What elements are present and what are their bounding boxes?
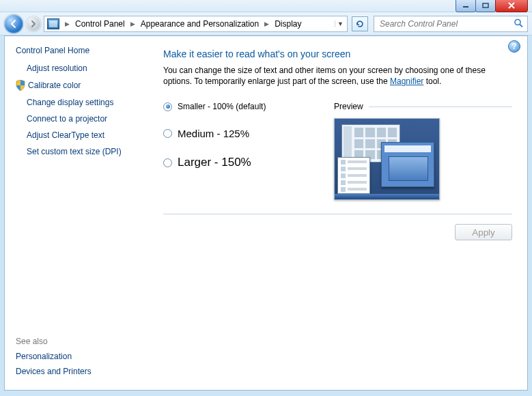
close-button[interactable] <box>495 0 528 12</box>
magnifier-link[interactable]: Magnifier <box>390 76 423 86</box>
sidebar-link-custom-text-size[interactable]: Set custom text size (DPI) <box>27 147 141 156</box>
window-titlebar <box>0 0 532 12</box>
divider <box>369 107 512 107</box>
shield-icon <box>16 80 25 91</box>
sidebar: Control Panel Home Adjust resolution Cal… <box>5 36 148 390</box>
client-area: Control Panel Home Adjust resolution Cal… <box>4 36 528 391</box>
see-also-devices-printers[interactable]: Devices and Printers <box>16 367 92 376</box>
see-also-section: See also Personalization Devices and Pri… <box>16 337 92 382</box>
scale-option-medium[interactable]: Medium - 125% <box>163 128 334 139</box>
sidebar-link-connect-projector[interactable]: Connect to a projector <box>27 114 141 124</box>
radio-icon <box>163 102 172 111</box>
sidebar-link-change-display-settings[interactable]: Change display settings <box>27 98 141 107</box>
search-input[interactable] <box>378 18 523 29</box>
preview-image <box>334 118 440 200</box>
window-caption-buttons <box>456 0 528 12</box>
preview-section: Preview <box>334 102 512 200</box>
chevron-right-icon[interactable]: ▶ <box>61 20 74 27</box>
see-also-personalization[interactable]: Personalization <box>16 352 92 361</box>
see-also-label: See also <box>16 337 92 346</box>
sidebar-link-adjust-cleartype[interactable]: Adjust ClearType text <box>27 130 141 140</box>
desc-text-post: tool. <box>423 76 441 86</box>
scale-option-smaller[interactable]: Smaller - 100% (default) <box>163 102 334 111</box>
svg-line-3 <box>520 24 522 27</box>
minimize-button[interactable] <box>456 0 476 12</box>
scale-option-label: Larger - 150% <box>178 156 251 169</box>
scale-option-label: Medium - 125% <box>178 128 249 139</box>
control-panel-icon <box>47 18 59 29</box>
navigation-toolbar: ▶ Control Panel ▶ Appearance and Persona… <box>0 12 532 36</box>
help-icon[interactable]: ? <box>508 40 520 53</box>
scale-option-larger[interactable]: Larger - 150% <box>163 156 334 169</box>
sidebar-link-label: Calibrate color <box>28 81 81 90</box>
main-content: ? Make it easier to read what's on your … <box>148 36 527 390</box>
control-panel-home-link[interactable]: Control Panel Home <box>16 46 141 55</box>
preview-taskbar-icon <box>335 194 439 199</box>
preview-window-icon <box>381 142 434 187</box>
divider <box>163 214 512 214</box>
search-icon[interactable] <box>514 18 523 29</box>
search-box[interactable] <box>374 16 528 32</box>
back-button[interactable] <box>4 14 23 33</box>
breadcrumb-item[interactable]: Display <box>273 19 303 29</box>
maximize-button[interactable] <box>475 0 496 12</box>
preview-window-icon <box>337 157 370 194</box>
forward-button[interactable] <box>26 16 41 31</box>
breadcrumb-item[interactable]: Control Panel <box>74 19 126 29</box>
address-dropdown-icon[interactable]: ▼ <box>335 20 346 27</box>
address-breadcrumb[interactable]: ▶ Control Panel ▶ Appearance and Persona… <box>44 16 348 32</box>
breadcrumb-item[interactable]: Appearance and Personalization <box>139 19 260 29</box>
radio-icon <box>163 158 172 167</box>
svg-rect-1 <box>483 3 488 8</box>
refresh-button[interactable] <box>352 16 368 31</box>
scale-option-label: Smaller - 100% (default) <box>178 102 266 111</box>
apply-button[interactable]: Apply <box>455 224 512 240</box>
sidebar-link-calibrate-color[interactable]: Calibrate color <box>16 80 141 91</box>
page-title: Make it easier to read what's on your sc… <box>163 48 512 59</box>
radio-icon <box>163 129 172 138</box>
sidebar-link-adjust-resolution[interactable]: Adjust resolution <box>27 63 141 73</box>
scale-options: Smaller - 100% (default) Medium - 125% L… <box>163 102 334 200</box>
svg-rect-0 <box>463 6 468 8</box>
svg-point-2 <box>515 19 520 25</box>
page-description: You can change the size of text and othe… <box>163 65 512 87</box>
chevron-right-icon[interactable]: ▶ <box>260 20 273 27</box>
preview-label: Preview <box>334 102 363 111</box>
chevron-right-icon[interactable]: ▶ <box>126 20 139 27</box>
